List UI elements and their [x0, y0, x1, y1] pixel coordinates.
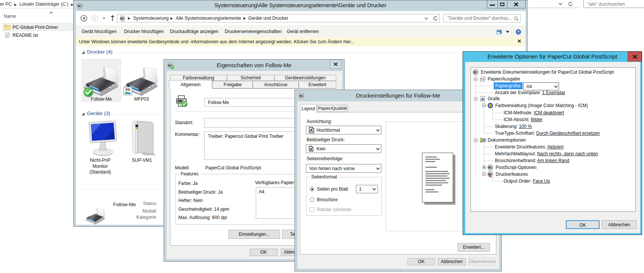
svg-text:A: A	[310, 128, 313, 133]
svg-text:a: a	[310, 147, 312, 151]
svg-text:?: ?	[517, 30, 520, 34]
